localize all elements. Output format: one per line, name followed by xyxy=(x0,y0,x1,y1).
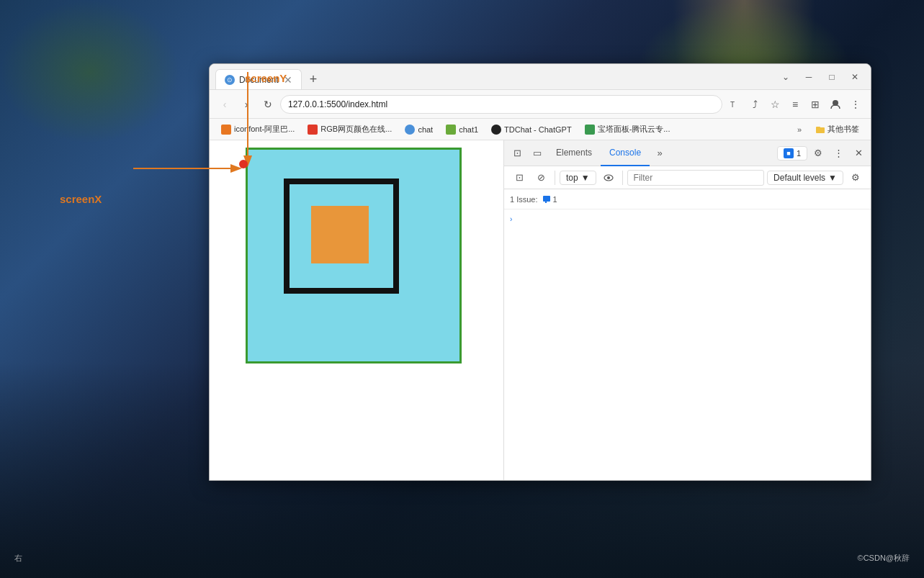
bookmark-item-4[interactable]: chat1 xyxy=(440,123,484,136)
devtools-close-button[interactable]: ✕ xyxy=(849,144,868,163)
bookmark-icon-3 xyxy=(405,125,415,135)
bookmark-item-5[interactable]: TDChat - ChatGPT xyxy=(485,123,578,136)
console-arrow-icon: › xyxy=(510,215,512,223)
page-content xyxy=(210,140,503,480)
copyright-text: ©CSDN@秋辞 xyxy=(858,553,910,564)
bookmark-icon-2 xyxy=(308,125,318,135)
bookmark-icon-1 xyxy=(221,125,231,135)
tab-area: ⊙ Document ✕ + xyxy=(215,64,767,89)
webpage-demo-box xyxy=(246,148,462,363)
svg-point-7 xyxy=(607,176,610,179)
bookmark-icon-4 xyxy=(446,125,456,135)
issues-text: 1 Issue: xyxy=(510,195,538,204)
default-levels-arrow: ▼ xyxy=(828,173,837,183)
console-prompt[interactable]: › xyxy=(504,212,871,226)
window-close-button[interactable]: ✕ xyxy=(845,70,865,84)
issues-flag: 1 xyxy=(542,195,557,204)
devtools-right-controls: ■ 1 ⚙ ⋮ ✕ xyxy=(777,144,868,163)
bookmark-label-5: TDChat - ChatGPT xyxy=(504,125,572,134)
bookmark-item-1[interactable]: iconfont-阿里巴... xyxy=(215,122,300,136)
screeny-label: screenY xyxy=(245,72,287,84)
default-levels-selector[interactable]: Default levels ▼ xyxy=(767,171,843,185)
address-input[interactable] xyxy=(280,95,722,114)
svg-rect-9 xyxy=(545,196,547,203)
bookmark-icon-5 xyxy=(491,125,501,135)
new-tab-button[interactable]: + xyxy=(303,69,323,89)
console-clear-button[interactable]: ⊡ xyxy=(510,168,529,187)
flag-icon xyxy=(542,195,551,204)
issues-flag-count: 1 xyxy=(553,195,557,204)
address-bar: ‹ › ↻ T ⤴ ☆ ≡ ⊞ ⋮ xyxy=(210,90,871,119)
bookmarks-bar: iconfont-阿里巴... RGB网页颜色在线... chat chat1 … xyxy=(210,119,871,140)
bookmark-item-6[interactable]: 宝塔面板-腾讯云专... xyxy=(579,122,676,136)
issues-bar: 1 Issue: 1 xyxy=(504,189,871,209)
bookmark-label-2: RGB网页颜色在线... xyxy=(320,124,392,135)
eye-icon xyxy=(604,173,614,183)
default-levels-label: Default levels xyxy=(773,173,825,183)
issues-count: 1 xyxy=(797,149,801,158)
devtools-panel: ⊡ ▭ Elements Console » ■ 1 ⚙ ⋮ ✕ xyxy=(503,140,871,480)
content-area: ⊡ ▭ Elements Console » ■ 1 ⚙ ⋮ ✕ xyxy=(210,140,871,480)
bookmark-item-2[interactable]: RGB网页颜色在线... xyxy=(302,122,398,136)
bookmark-label-1: iconfont-阿里巴... xyxy=(234,124,295,135)
back-button[interactable]: ‹ xyxy=(215,95,234,114)
svg-rect-5 xyxy=(816,127,820,129)
bookmark-icon-6 xyxy=(585,125,595,135)
window-maximize-button[interactable]: □ xyxy=(822,70,842,84)
devtools-tabs: ⊡ ▭ Elements Console » ■ 1 ⚙ ⋮ ✕ xyxy=(504,140,871,166)
forward-button[interactable]: › xyxy=(237,95,256,114)
filter-input[interactable] xyxy=(627,170,764,186)
devtools-tab-more[interactable]: » xyxy=(650,143,670,163)
bookmark-star-icon[interactable]: ☆ xyxy=(766,95,784,114)
folder-icon xyxy=(816,125,825,134)
translate-icon[interactable]: T xyxy=(725,95,744,114)
window-minimize-button[interactable]: ─ xyxy=(799,70,819,84)
issue-icon: ■ xyxy=(784,148,794,158)
eye-button[interactable] xyxy=(599,168,618,187)
devtools-settings-button[interactable]: ⚙ xyxy=(809,144,827,163)
devtools-inspect-icon[interactable]: ⊡ xyxy=(507,143,527,163)
other-bookmarks-label: 其他书签 xyxy=(827,124,859,135)
share-icon[interactable]: ⤴ xyxy=(745,95,764,114)
bookmark-more-button[interactable]: » xyxy=(793,124,806,135)
context-dropdown-icon: ▼ xyxy=(581,173,590,183)
bookmark-label-4: chat1 xyxy=(459,125,478,134)
tab-favicon: ⊙ xyxy=(225,75,235,85)
left-label: 右 xyxy=(14,553,22,564)
console-settings-button[interactable]: ⚙ xyxy=(846,168,865,187)
context-label: top xyxy=(566,173,578,183)
browser-window: ⊙ Document ✕ + ⌄ ─ □ ✕ ‹ › ↻ xyxy=(209,63,871,481)
screenx-label: screenX xyxy=(60,193,102,205)
devtools-tab-console[interactable]: Console xyxy=(601,140,650,166)
devtools-toolbar: ⊡ ⊘ top ▼ Default levels ▼ xyxy=(504,166,871,189)
console-content: › xyxy=(504,209,871,480)
svg-text:T: T xyxy=(730,101,735,109)
bookmark-item-3[interactable]: chat xyxy=(399,123,439,136)
title-bar: ⊙ Document ✕ + ⌄ ─ □ ✕ xyxy=(210,64,871,90)
coordinate-dot xyxy=(239,160,248,168)
more-options-icon[interactable]: ⋮ xyxy=(846,95,865,114)
orange-square xyxy=(311,206,369,263)
profile-icon[interactable] xyxy=(826,95,845,114)
devtools-device-icon[interactable]: ▭ xyxy=(527,143,547,163)
window-more-button[interactable]: ⌄ xyxy=(776,70,796,84)
issues-badge[interactable]: ■ 1 xyxy=(777,146,807,161)
context-selector[interactable]: top ▼ xyxy=(560,171,596,185)
bookmark-label-6: 宝塔面板-腾讯云专... xyxy=(598,124,670,135)
devtools-more-button[interactable]: ⋮ xyxy=(829,144,848,163)
console-filter-button[interactable]: ⊘ xyxy=(531,168,550,187)
bookmark-label-3: chat xyxy=(418,125,433,134)
menu-icon[interactable]: ≡ xyxy=(786,95,804,114)
other-bookmarks[interactable]: 其他书签 xyxy=(810,122,865,136)
refresh-button[interactable]: ↻ xyxy=(259,95,277,114)
toolbar-icons: T ⤴ ☆ ≡ ⊞ ⋮ xyxy=(725,95,865,114)
toolbar-separator-2 xyxy=(622,171,623,185)
devtools-tab-elements[interactable]: Elements xyxy=(547,140,601,166)
inner-box xyxy=(284,179,399,294)
toolbar-separator xyxy=(555,171,555,185)
window-controls: ⌄ ─ □ ✕ xyxy=(776,70,865,84)
extensions-icon[interactable]: ⊞ xyxy=(806,95,825,114)
